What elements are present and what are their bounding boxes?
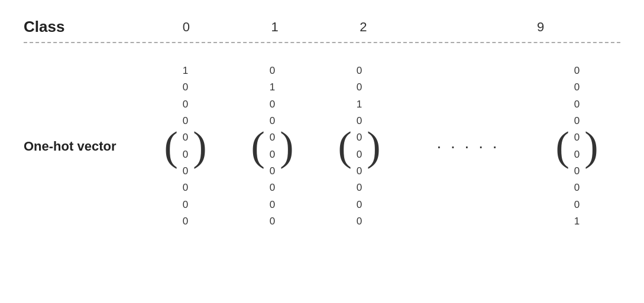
val-1-6: 0	[270, 164, 275, 179]
val-2-9: 0	[357, 214, 362, 229]
bracket-left-0: (	[164, 61, 177, 232]
col-header-0: 0	[151, 19, 222, 35]
vector-values-0: 1 0 0 0 0 0 0 0 0 0	[178, 61, 193, 232]
col-header-9: 9	[505, 19, 576, 35]
val-1-8: 0	[270, 197, 275, 213]
vector-values-9: 0 0 0 0 0 0 0 0 0 1	[569, 61, 584, 232]
bracket-left-9: (	[555, 61, 569, 232]
vector-class1: ( 0 1 0 0 0 0 0 0 0 0 )	[251, 61, 293, 232]
val-0-2: 0	[183, 97, 188, 112]
val-1-4: 0	[270, 130, 275, 145]
val-2-4: 0	[357, 130, 362, 145]
val-0-6: 0	[183, 164, 188, 179]
vector-class2: ( 0 0 1 0 0 0 0 0 0 0 )	[338, 61, 380, 232]
val-1-9: 0	[270, 214, 275, 229]
bracket-right-2: )	[367, 61, 380, 232]
val-2-2: 1	[357, 97, 362, 112]
val-2-8: 0	[357, 197, 362, 213]
val-1-1: 1	[270, 80, 275, 95]
bracket-right-9: )	[584, 61, 598, 232]
vector-class9: ( 0 0 0 0 0 0 0 0 0 1 )	[555, 61, 598, 232]
header-row: Class 0 1 2 9	[0, 12, 644, 42]
col-header-2: 2	[328, 19, 399, 35]
val-2-5: 0	[357, 147, 362, 162]
val-9-4: 0	[574, 130, 580, 145]
val-2-7: 0	[357, 180, 362, 196]
val-9-3: 0	[574, 113, 580, 129]
val-0-3: 0	[183, 113, 188, 129]
val-9-5: 0	[574, 147, 580, 162]
main-container: Class 0 1 2 9 One-hot vector ( 1 0 0 0 0	[0, 0, 644, 303]
val-9-6: 0	[574, 164, 580, 179]
class-header-label: Class	[24, 18, 142, 36]
val-9-8: 0	[574, 197, 580, 213]
val-0-4: 0	[183, 130, 188, 145]
val-2-6: 0	[357, 164, 362, 179]
val-1-2: 0	[270, 97, 275, 112]
val-0-7: 0	[183, 180, 188, 196]
col-header-1: 1	[240, 19, 310, 35]
val-1-3: 0	[270, 113, 275, 129]
val-1-5: 0	[270, 147, 275, 162]
val-0-0: 1	[183, 63, 188, 79]
vector-values-1: 0 1 0 0 0 0 0 0 0 0	[265, 61, 280, 232]
one-hot-label: One-hot vector	[24, 139, 142, 154]
val-1-0: 0	[270, 63, 275, 79]
val-0-8: 0	[183, 197, 188, 213]
val-9-9: 1	[574, 214, 580, 229]
bracket-right-0: )	[193, 61, 206, 232]
vectors-area: ( 1 0 0 0 0 0 0 0 0 0 ) (	[142, 61, 620, 232]
val-2-1: 0	[357, 80, 362, 95]
val-2-0: 0	[357, 63, 362, 79]
val-9-1: 0	[574, 80, 580, 95]
ellipsis: · · · · ·	[425, 137, 512, 156]
main-row: One-hot vector ( 1 0 0 0 0 0 0 0 0 0 )	[0, 49, 644, 243]
vector-class0: ( 1 0 0 0 0 0 0 0 0 0 )	[164, 61, 206, 232]
val-9-0: 0	[574, 63, 580, 79]
val-9-7: 0	[574, 180, 580, 196]
bracket-left-1: (	[251, 61, 264, 232]
header-columns: 0 1 2 9	[142, 19, 620, 35]
bracket-left-2: (	[338, 61, 351, 232]
vector-values-2: 0 0 1 0 0 0 0 0 0 0	[352, 61, 367, 232]
bracket-right-1: )	[280, 61, 293, 232]
val-0-1: 0	[183, 80, 188, 95]
val-0-9: 0	[183, 214, 188, 229]
val-1-7: 0	[270, 180, 275, 196]
separator-line	[24, 42, 620, 43]
val-9-2: 0	[574, 97, 580, 112]
val-2-3: 0	[357, 113, 362, 129]
val-0-5: 0	[183, 147, 188, 162]
